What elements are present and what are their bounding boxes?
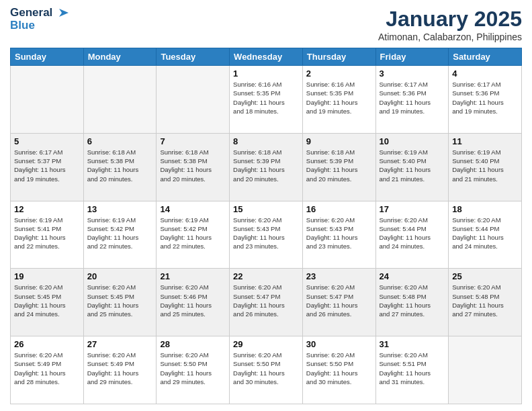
- day-info: Sunrise: 6:18 AM Sunset: 5:38 PM Dayligh…: [160, 148, 226, 183]
- day-info: Sunrise: 6:20 AM Sunset: 5:50 PM Dayligh…: [160, 351, 226, 386]
- day-info: Sunrise: 6:20 AM Sunset: 5:45 PM Dayligh…: [87, 283, 153, 318]
- svg-marker-0: [59, 9, 69, 17]
- day-number: 1: [233, 68, 299, 79]
- day-cell-w1-d0: 5Sunrise: 6:17 AM Sunset: 5:37 PM Daylig…: [11, 133, 84, 201]
- day-cell-w1-d4: 9Sunrise: 6:18 AM Sunset: 5:39 PM Daylig…: [302, 133, 375, 201]
- day-cell-w2-d1: 13Sunrise: 6:19 AM Sunset: 5:42 PM Dayli…: [83, 201, 157, 269]
- logo-text-block: General Blue: [10, 7, 69, 32]
- header-sunday: Sunday: [11, 48, 84, 66]
- day-info: Sunrise: 6:19 AM Sunset: 5:42 PM Dayligh…: [87, 216, 153, 251]
- day-info: Sunrise: 6:20 AM Sunset: 5:49 PM Dayligh…: [87, 351, 153, 386]
- day-info: Sunrise: 6:19 AM Sunset: 5:40 PM Dayligh…: [452, 148, 518, 183]
- day-number: 17: [380, 204, 445, 214]
- day-cell-w3-d4: 23Sunrise: 6:20 AM Sunset: 5:47 PM Dayli…: [302, 269, 375, 336]
- day-cell-w0-d0: [11, 66, 84, 134]
- page: General Blue January 2025 Atimonan, Cala…: [0, 0, 532, 411]
- day-cell-w3-d3: 22Sunrise: 6:20 AM Sunset: 5:47 PM Dayli…: [230, 269, 303, 336]
- day-cell-w1-d3: 8Sunrise: 6:18 AM Sunset: 5:39 PM Daylig…: [230, 133, 303, 201]
- day-cell-w0-d3: 1Sunrise: 6:16 AM Sunset: 5:35 PM Daylig…: [230, 66, 303, 134]
- day-cell-w0-d6: 4Sunrise: 6:17 AM Sunset: 5:36 PM Daylig…: [449, 66, 522, 134]
- day-cell-w4-d0: 26Sunrise: 6:20 AM Sunset: 5:49 PM Dayli…: [11, 336, 84, 404]
- day-number: 4: [452, 68, 518, 79]
- calendar-body: 1Sunrise: 6:16 AM Sunset: 5:35 PM Daylig…: [11, 66, 522, 404]
- header-thursday: Thursday: [302, 48, 375, 66]
- day-info: Sunrise: 6:20 AM Sunset: 5:49 PM Dayligh…: [14, 351, 80, 386]
- day-info: Sunrise: 6:20 AM Sunset: 5:50 PM Dayligh…: [233, 351, 299, 386]
- day-number: 31: [380, 339, 445, 349]
- day-cell-w1-d6: 11Sunrise: 6:19 AM Sunset: 5:40 PM Dayli…: [449, 133, 522, 201]
- day-info: Sunrise: 6:20 AM Sunset: 5:47 PM Dayligh…: [233, 283, 299, 318]
- day-cell-w3-d0: 19Sunrise: 6:20 AM Sunset: 5:45 PM Dayli…: [11, 269, 84, 336]
- day-number: 14: [160, 204, 226, 214]
- day-cell-w1-d1: 6Sunrise: 6:18 AM Sunset: 5:38 PM Daylig…: [83, 133, 157, 201]
- day-info: Sunrise: 6:20 AM Sunset: 5:43 PM Dayligh…: [233, 216, 299, 251]
- day-number: 21: [160, 271, 226, 281]
- day-cell-w0-d5: 3Sunrise: 6:17 AM Sunset: 5:36 PM Daylig…: [375, 66, 449, 134]
- day-number: 25: [452, 271, 518, 281]
- header-saturday: Saturday: [449, 48, 522, 66]
- day-number: 24: [380, 271, 445, 281]
- day-info: Sunrise: 6:16 AM Sunset: 5:35 PM Dayligh…: [306, 80, 372, 116]
- day-info: Sunrise: 6:20 AM Sunset: 5:51 PM Dayligh…: [380, 351, 445, 386]
- day-number: 27: [87, 339, 153, 349]
- day-number: 11: [452, 136, 518, 146]
- header-monday: Monday: [83, 48, 157, 66]
- day-number: 29: [233, 339, 299, 349]
- day-info: Sunrise: 6:17 AM Sunset: 5:36 PM Dayligh…: [380, 80, 445, 116]
- title-area: January 2025 Atimonan, Calabarzon, Phili…: [378, 7, 522, 42]
- day-info: Sunrise: 6:19 AM Sunset: 5:42 PM Dayligh…: [160, 216, 226, 251]
- day-number: 16: [306, 204, 372, 214]
- day-cell-w2-d0: 12Sunrise: 6:19 AM Sunset: 5:41 PM Dayli…: [11, 201, 84, 269]
- day-cell-w0-d1: [83, 66, 157, 134]
- week-row-1: 5Sunrise: 6:17 AM Sunset: 5:37 PM Daylig…: [11, 133, 522, 201]
- logo-bird-icon: [54, 7, 69, 18]
- logo-blue: Blue: [10, 19, 69, 32]
- day-info: Sunrise: 6:20 AM Sunset: 5:44 PM Dayligh…: [452, 216, 518, 251]
- day-number: 26: [14, 339, 80, 349]
- logo-general: General: [10, 7, 69, 19]
- day-info: Sunrise: 6:20 AM Sunset: 5:45 PM Dayligh…: [14, 283, 80, 318]
- day-info: Sunrise: 6:16 AM Sunset: 5:35 PM Dayligh…: [233, 80, 299, 116]
- day-number: 18: [452, 204, 518, 214]
- day-info: Sunrise: 6:17 AM Sunset: 5:37 PM Dayligh…: [14, 148, 80, 183]
- day-cell-w3-d5: 24Sunrise: 6:20 AM Sunset: 5:48 PM Dayli…: [375, 269, 449, 336]
- day-number: 3: [380, 68, 445, 79]
- day-number: 20: [87, 271, 153, 281]
- day-cell-w1-d2: 7Sunrise: 6:18 AM Sunset: 5:38 PM Daylig…: [157, 133, 230, 201]
- day-number: 9: [306, 136, 372, 146]
- day-number: 23: [306, 271, 372, 281]
- day-cell-w1-d5: 10Sunrise: 6:19 AM Sunset: 5:40 PM Dayli…: [375, 133, 449, 201]
- day-cell-w4-d3: 29Sunrise: 6:20 AM Sunset: 5:50 PM Dayli…: [230, 336, 303, 404]
- day-number: 7: [160, 136, 226, 146]
- weekday-header-row: Sunday Monday Tuesday Wednesday Thursday…: [11, 48, 522, 66]
- week-row-0: 1Sunrise: 6:16 AM Sunset: 5:35 PM Daylig…: [11, 66, 522, 134]
- day-info: Sunrise: 6:20 AM Sunset: 5:47 PM Dayligh…: [306, 283, 372, 318]
- location: Atimonan, Calabarzon, Philippines: [378, 32, 522, 42]
- day-info: Sunrise: 6:17 AM Sunset: 5:36 PM Dayligh…: [452, 80, 518, 116]
- day-info: Sunrise: 6:19 AM Sunset: 5:41 PM Dayligh…: [14, 216, 80, 251]
- day-number: 10: [380, 136, 445, 146]
- day-info: Sunrise: 6:20 AM Sunset: 5:44 PM Dayligh…: [380, 216, 445, 251]
- day-number: 8: [233, 136, 299, 146]
- day-cell-w4-d6: [449, 336, 522, 404]
- day-cell-w0-d4: 2Sunrise: 6:16 AM Sunset: 5:35 PM Daylig…: [302, 66, 375, 134]
- day-info: Sunrise: 6:18 AM Sunset: 5:39 PM Dayligh…: [306, 148, 372, 183]
- day-number: 30: [306, 339, 372, 349]
- day-info: Sunrise: 6:20 AM Sunset: 5:43 PM Dayligh…: [306, 216, 372, 251]
- header-wednesday: Wednesday: [230, 48, 303, 66]
- calendar: Sunday Monday Tuesday Wednesday Thursday…: [10, 48, 522, 404]
- day-number: 28: [160, 339, 226, 349]
- day-info: Sunrise: 6:19 AM Sunset: 5:40 PM Dayligh…: [380, 148, 445, 183]
- day-cell-w3-d2: 21Sunrise: 6:20 AM Sunset: 5:46 PM Dayli…: [157, 269, 230, 336]
- day-info: Sunrise: 6:18 AM Sunset: 5:38 PM Dayligh…: [87, 148, 153, 183]
- day-cell-w2-d4: 16Sunrise: 6:20 AM Sunset: 5:43 PM Dayli…: [302, 201, 375, 269]
- header: General Blue January 2025 Atimonan, Cala…: [10, 7, 522, 42]
- day-cell-w0-d2: [157, 66, 230, 134]
- logo-container: General Blue: [10, 7, 69, 32]
- week-row-4: 26Sunrise: 6:20 AM Sunset: 5:49 PM Dayli…: [11, 336, 522, 404]
- day-cell-w4-d5: 31Sunrise: 6:20 AM Sunset: 5:51 PM Dayli…: [375, 336, 449, 404]
- day-number: 2: [306, 68, 372, 79]
- week-row-2: 12Sunrise: 6:19 AM Sunset: 5:41 PM Dayli…: [11, 201, 522, 269]
- day-cell-w2-d5: 17Sunrise: 6:20 AM Sunset: 5:44 PM Dayli…: [375, 201, 449, 269]
- header-friday: Friday: [375, 48, 449, 66]
